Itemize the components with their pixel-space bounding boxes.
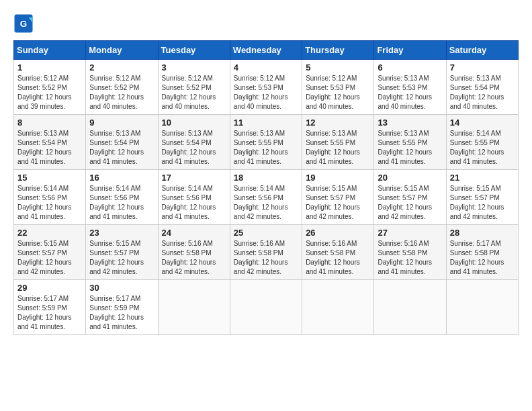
day-info: Sunrise: 5:15 AMSunset: 5:57 PMDaylight:… bbox=[89, 239, 154, 277]
day-number: 30 bbox=[89, 283, 154, 293]
day-info: Sunrise: 5:13 AMSunset: 5:54 PMDaylight:… bbox=[17, 129, 82, 167]
calendar-cell: 6Sunrise: 5:13 AMSunset: 5:53 PMDaylight… bbox=[374, 60, 446, 115]
calendar-cell bbox=[158, 280, 230, 335]
weekday-header-friday: Friday bbox=[374, 41, 446, 60]
calendar-cell: 17Sunrise: 5:14 AMSunset: 5:56 PMDayligh… bbox=[158, 170, 230, 225]
day-number: 20 bbox=[378, 173, 442, 183]
day-number: 1 bbox=[17, 62, 82, 73]
day-number: 29 bbox=[17, 283, 82, 293]
weekday-header-thursday: Thursday bbox=[302, 41, 374, 60]
calendar-cell: 30Sunrise: 5:17 AMSunset: 5:59 PMDayligh… bbox=[86, 280, 158, 335]
calendar-cell: 21Sunrise: 5:15 AMSunset: 5:57 PMDayligh… bbox=[446, 170, 518, 225]
calendar-cell: 1Sunrise: 5:12 AMSunset: 5:52 PMDaylight… bbox=[14, 60, 86, 115]
day-info: Sunrise: 5:13 AMSunset: 5:54 PMDaylight:… bbox=[450, 74, 515, 111]
calendar-cell bbox=[230, 280, 302, 335]
logo-icon: G bbox=[13, 13, 34, 34]
day-number: 15 bbox=[17, 173, 82, 183]
day-number: 16 bbox=[89, 173, 154, 183]
svg-text:G: G bbox=[20, 19, 28, 29]
day-number: 8 bbox=[17, 118, 82, 128]
day-info: Sunrise: 5:15 AMSunset: 5:57 PMDaylight:… bbox=[378, 184, 442, 222]
calendar-cell: 29Sunrise: 5:17 AMSunset: 5:59 PMDayligh… bbox=[14, 280, 86, 335]
calendar-cell bbox=[446, 280, 518, 335]
day-info: Sunrise: 5:14 AMSunset: 5:56 PMDaylight:… bbox=[162, 184, 226, 222]
day-info: Sunrise: 5:17 AMSunset: 5:58 PMDaylight:… bbox=[450, 239, 515, 277]
day-number: 11 bbox=[234, 118, 298, 128]
weekday-header-sunday: Sunday bbox=[14, 41, 86, 60]
day-info: Sunrise: 5:14 AMSunset: 5:56 PMDaylight:… bbox=[17, 184, 82, 222]
calendar-cell: 12Sunrise: 5:13 AMSunset: 5:55 PMDayligh… bbox=[302, 115, 374, 170]
day-number: 5 bbox=[306, 62, 370, 73]
day-number: 7 bbox=[450, 62, 515, 73]
day-number: 13 bbox=[378, 118, 442, 128]
weekday-header-saturday: Saturday bbox=[446, 41, 518, 60]
calendar-cell: 25Sunrise: 5:16 AMSunset: 5:58 PMDayligh… bbox=[230, 225, 302, 280]
calendar-cell: 28Sunrise: 5:17 AMSunset: 5:58 PMDayligh… bbox=[446, 225, 518, 280]
calendar-cell bbox=[374, 280, 446, 335]
day-number: 3 bbox=[162, 62, 226, 73]
day-number: 12 bbox=[306, 118, 370, 128]
calendar-cell: 19Sunrise: 5:15 AMSunset: 5:57 PMDayligh… bbox=[302, 170, 374, 225]
calendar-table: SundayMondayTuesdayWednesdayThursdayFrid… bbox=[13, 40, 519, 335]
day-number: 18 bbox=[234, 173, 298, 183]
day-info: Sunrise: 5:17 AMSunset: 5:59 PMDaylight:… bbox=[17, 294, 82, 332]
day-number: 27 bbox=[378, 228, 442, 238]
weekday-header-monday: Monday bbox=[86, 41, 158, 60]
day-number: 21 bbox=[450, 173, 515, 183]
calendar-cell: 16Sunrise: 5:14 AMSunset: 5:56 PMDayligh… bbox=[86, 170, 158, 225]
day-number: 4 bbox=[234, 62, 298, 73]
day-info: Sunrise: 5:15 AMSunset: 5:57 PMDaylight:… bbox=[306, 184, 370, 222]
day-number: 17 bbox=[162, 173, 226, 183]
calendar-cell: 14Sunrise: 5:14 AMSunset: 5:55 PMDayligh… bbox=[446, 115, 518, 170]
calendar-cell: 10Sunrise: 5:13 AMSunset: 5:54 PMDayligh… bbox=[158, 115, 230, 170]
calendar-cell: 23Sunrise: 5:15 AMSunset: 5:57 PMDayligh… bbox=[86, 225, 158, 280]
day-number: 10 bbox=[162, 118, 226, 128]
day-info: Sunrise: 5:12 AMSunset: 5:52 PMDaylight:… bbox=[89, 74, 154, 111]
day-number: 23 bbox=[89, 228, 154, 238]
day-number: 26 bbox=[306, 228, 370, 238]
calendar-cell: 5Sunrise: 5:12 AMSunset: 5:53 PMDaylight… bbox=[302, 60, 374, 115]
calendar-cell: 7Sunrise: 5:13 AMSunset: 5:54 PMDaylight… bbox=[446, 60, 518, 115]
day-number: 24 bbox=[162, 228, 226, 238]
day-info: Sunrise: 5:16 AMSunset: 5:58 PMDaylight:… bbox=[234, 239, 298, 277]
calendar-cell: 18Sunrise: 5:14 AMSunset: 5:56 PMDayligh… bbox=[230, 170, 302, 225]
day-number: 25 bbox=[234, 228, 298, 238]
calendar-cell: 8Sunrise: 5:13 AMSunset: 5:54 PMDaylight… bbox=[14, 115, 86, 170]
day-info: Sunrise: 5:14 AMSunset: 5:56 PMDaylight:… bbox=[234, 184, 298, 222]
calendar-cell: 11Sunrise: 5:13 AMSunset: 5:55 PMDayligh… bbox=[230, 115, 302, 170]
day-info: Sunrise: 5:14 AMSunset: 5:55 PMDaylight:… bbox=[450, 129, 515, 167]
calendar-cell: 24Sunrise: 5:16 AMSunset: 5:58 PMDayligh… bbox=[158, 225, 230, 280]
calendar-cell: 26Sunrise: 5:16 AMSunset: 5:58 PMDayligh… bbox=[302, 225, 374, 280]
calendar-cell: 22Sunrise: 5:15 AMSunset: 5:57 PMDayligh… bbox=[14, 225, 86, 280]
day-number: 14 bbox=[450, 118, 515, 128]
weekday-header-wednesday: Wednesday bbox=[230, 41, 302, 60]
day-info: Sunrise: 5:13 AMSunset: 5:54 PMDaylight:… bbox=[162, 129, 226, 167]
day-info: Sunrise: 5:13 AMSunset: 5:55 PMDaylight:… bbox=[306, 129, 370, 167]
day-info: Sunrise: 5:12 AMSunset: 5:52 PMDaylight:… bbox=[17, 74, 82, 111]
day-number: 9 bbox=[89, 118, 154, 128]
calendar-cell: 20Sunrise: 5:15 AMSunset: 5:57 PMDayligh… bbox=[374, 170, 446, 225]
day-number: 6 bbox=[378, 62, 442, 73]
page-header: G bbox=[13, 13, 519, 34]
calendar-cell bbox=[302, 280, 374, 335]
weekday-header-tuesday: Tuesday bbox=[158, 41, 230, 60]
day-number: 2 bbox=[89, 62, 154, 73]
day-info: Sunrise: 5:16 AMSunset: 5:58 PMDaylight:… bbox=[306, 239, 370, 277]
day-info: Sunrise: 5:17 AMSunset: 5:59 PMDaylight:… bbox=[89, 294, 154, 332]
day-info: Sunrise: 5:13 AMSunset: 5:55 PMDaylight:… bbox=[234, 129, 298, 167]
day-info: Sunrise: 5:16 AMSunset: 5:58 PMDaylight:… bbox=[378, 239, 442, 277]
calendar-cell: 9Sunrise: 5:13 AMSunset: 5:54 PMDaylight… bbox=[86, 115, 158, 170]
calendar-cell: 15Sunrise: 5:14 AMSunset: 5:56 PMDayligh… bbox=[14, 170, 86, 225]
day-number: 22 bbox=[17, 228, 82, 238]
day-info: Sunrise: 5:15 AMSunset: 5:57 PMDaylight:… bbox=[17, 239, 82, 277]
logo: G bbox=[13, 13, 36, 34]
day-info: Sunrise: 5:13 AMSunset: 5:53 PMDaylight:… bbox=[378, 74, 442, 111]
day-info: Sunrise: 5:12 AMSunset: 5:52 PMDaylight:… bbox=[162, 74, 226, 111]
day-info: Sunrise: 5:12 AMSunset: 5:53 PMDaylight:… bbox=[234, 74, 298, 111]
day-number: 19 bbox=[306, 173, 370, 183]
calendar-cell: 13Sunrise: 5:13 AMSunset: 5:55 PMDayligh… bbox=[374, 115, 446, 170]
calendar-cell: 2Sunrise: 5:12 AMSunset: 5:52 PMDaylight… bbox=[86, 60, 158, 115]
calendar-cell: 4Sunrise: 5:12 AMSunset: 5:53 PMDaylight… bbox=[230, 60, 302, 115]
day-info: Sunrise: 5:13 AMSunset: 5:54 PMDaylight:… bbox=[89, 129, 154, 167]
day-info: Sunrise: 5:14 AMSunset: 5:56 PMDaylight:… bbox=[89, 184, 154, 222]
